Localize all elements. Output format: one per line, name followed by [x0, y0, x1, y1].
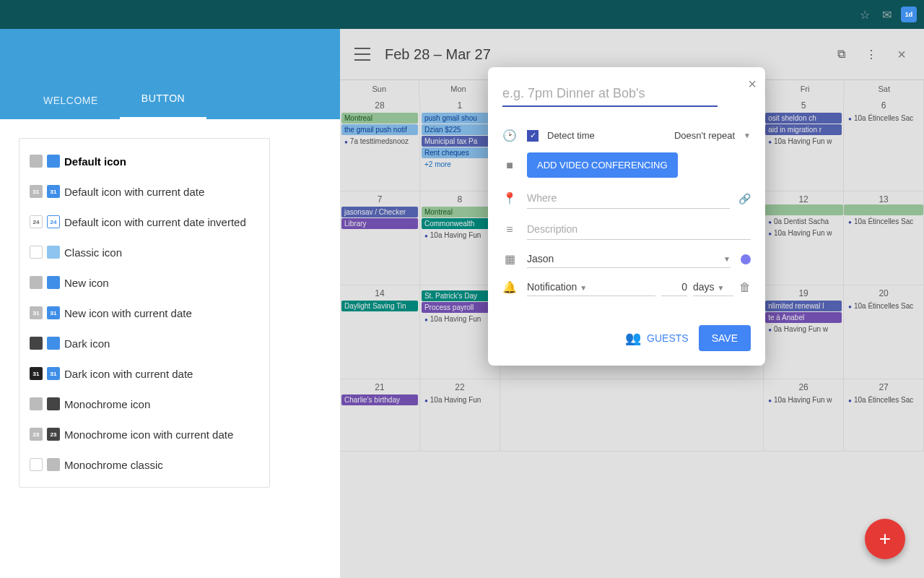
overflow-menu-icon[interactable]: ⋮	[863, 46, 879, 62]
event[interactable]: jasonsav / Checker	[341, 207, 418, 217]
event[interactable]: 10a Having Fun	[422, 394, 498, 405]
detect-time-label: Detect time	[547, 130, 666, 141]
event[interactable]: push gmail shou	[422, 113, 498, 124]
event[interactable]: 0a Dentist Sacha	[765, 216, 842, 227]
event[interactable]: 7a testtimedsnooz	[341, 136, 418, 147]
calendar-icon	[47, 397, 60, 410]
event[interactable]: Rent cheques	[422, 147, 498, 158]
tab-button[interactable]: BUTTON	[120, 79, 206, 119]
calendar-icon: 31	[47, 306, 60, 319]
event[interactable]: Dzian $225	[422, 124, 498, 135]
menu-icon[interactable]	[354, 48, 370, 61]
day-cell[interactable]: 26 10a Having Fun w	[764, 379, 844, 451]
calendar-select[interactable]: Jason ▼	[527, 250, 731, 268]
day-cell[interactable]: 20 10a Étincelles Sac	[844, 285, 924, 379]
guests-button[interactable]: 👥 GUESTS	[625, 330, 689, 346]
event[interactable]: osit sheldon ch	[765, 113, 842, 124]
icon-option-default-date-inv[interactable]: 24 24 Default icon with current date inv…	[19, 207, 269, 237]
event[interactable]: Charlie's birthday	[341, 394, 418, 405]
description-icon: ≡	[502, 223, 517, 236]
tab-welcome[interactable]: WELCOME	[22, 82, 120, 119]
event[interactable]: Montreal	[422, 207, 498, 217]
icon-option-mono-classic[interactable]: Monochrome classic	[19, 449, 269, 480]
event[interactable]: te à Anabel	[765, 312, 842, 323]
trash-icon[interactable]: 🗑	[739, 281, 751, 294]
more-events-link[interactable]: +2 more	[422, 159, 498, 170]
close-icon[interactable]: ×	[748, 76, 757, 92]
mail-icon[interactable]: ✉	[879, 7, 894, 22]
day-cell[interactable]: 13 10a Étincelles Sac	[844, 191, 924, 285]
day-cell[interactable]: 27 10a Étincelles Sac	[844, 379, 924, 451]
day-cell[interactable]: 14 Daylight Saving Tin	[340, 285, 420, 379]
event[interactable]: 10a Étincelles Sac	[845, 394, 922, 405]
event[interactable]: Process payroll	[422, 302, 498, 313]
event[interactable]: Library	[341, 218, 418, 229]
calendar-icon: 31	[47, 185, 60, 198]
day-cell[interactable]: 22 10a Having Fun	[420, 379, 500, 451]
event[interactable]: Commonwealth	[422, 218, 498, 229]
icon-option-dark[interactable]: Dark icon	[19, 328, 269, 358]
icon-option-new[interactable]: New icon	[19, 267, 269, 298]
day-cell[interactable]: 21 Charlie's birthday	[340, 379, 420, 451]
detect-time-checkbox[interactable]: ✓	[527, 130, 539, 142]
calendar-icon	[47, 458, 60, 471]
event[interactable]	[844, 204, 923, 215]
description-input[interactable]	[527, 219, 751, 240]
icon-option-dark-date[interactable]: 31 31 Dark icon with current date	[19, 358, 269, 389]
calendar-color-dot[interactable]	[741, 254, 751, 264]
calendar-icon	[30, 246, 43, 259]
notification-unit-select[interactable]: days ▼	[693, 278, 733, 296]
create-event-dialog: × 🕑 ✓ Detect time Doesn't repeat ▼ ■ ADD…	[488, 67, 765, 366]
day-cell[interactable]: 6 10a Étincelles Sac	[844, 98, 924, 191]
settings-tabs: WELCOME BUTTON	[0, 29, 340, 119]
event[interactable]: aid in migration r	[765, 124, 842, 135]
event[interactable]: 0a Having Fun w	[765, 324, 842, 335]
event[interactable]: 10a Having Fun	[422, 314, 498, 324]
save-button[interactable]: SAVE	[699, 325, 751, 351]
day-cell[interactable]: 5 osit sheldon ch aid in migration r 10a…	[764, 98, 844, 191]
extension-icon[interactable]: 1d	[901, 7, 917, 22]
calendar-icon	[30, 337, 43, 350]
event[interactable]: 10a Étincelles Sac	[845, 113, 922, 124]
event[interactable]: 10a Having Fun w	[765, 394, 842, 405]
add-video-conferencing-button[interactable]: ADD VIDEO CONFERENCING	[527, 152, 678, 178]
icon-option-mono[interactable]: Monochrome icon	[19, 389, 269, 419]
icon-option-new-date[interactable]: 31 31 New icon with current date	[19, 298, 269, 328]
day-cell[interactable]: 12 0a Dentist Sacha 10a Having Fun w	[764, 191, 844, 285]
browser-toolbar: ☆ ✉ 1d	[0, 0, 924, 29]
calendar-icon	[30, 276, 43, 289]
notification-value-input[interactable]: 0	[661, 278, 687, 296]
event[interactable]: nlimited renewal l	[765, 301, 842, 311]
event[interactable]: 10a Having Fun	[422, 230, 498, 241]
add-event-fab[interactable]: +	[865, 519, 905, 559]
calendar-icon	[47, 155, 60, 168]
notification-type-select[interactable]: Notification ▼	[527, 278, 655, 296]
day-cell[interactable]: 19 nlimited renewal l te à Anabel 0a Hav…	[764, 285, 844, 379]
event[interactable]	[764, 204, 843, 215]
event-title-input[interactable]	[502, 82, 718, 107]
close-icon[interactable]: ×	[894, 46, 910, 62]
event[interactable]: 10a Étincelles Sac	[845, 301, 922, 311]
day-cell[interactable]: 28 Montreal the gmail push notif 7a test…	[340, 98, 420, 191]
icon-option-default-date[interactable]: 31 31 Default icon with current date	[19, 176, 269, 207]
link-icon[interactable]: 🔗	[738, 193, 751, 204]
event[interactable]: Montreal	[341, 113, 418, 124]
repeat-select[interactable]: Doesn't repeat	[674, 130, 735, 141]
event[interactable]: the gmail push notif	[341, 124, 418, 135]
calendar-icon	[30, 397, 43, 410]
event[interactable]: 10a Having Fun w	[765, 228, 842, 238]
calendar-icon: 31	[30, 306, 43, 319]
event[interactable]: 10a Having Fun w	[765, 136, 842, 147]
event[interactable]: Municipal tax Pa	[422, 136, 498, 147]
location-input[interactable]	[527, 188, 730, 209]
open-in-new-icon[interactable]: ⧉	[833, 46, 849, 62]
event[interactable]: Daylight Saving Tin	[341, 301, 418, 311]
icon-option-default[interactable]: Default icon	[19, 146, 269, 176]
people-icon: 👥	[625, 330, 641, 346]
event[interactable]: St. Patrick's Day	[422, 290, 498, 301]
event[interactable]: 10a Étincelles Sac	[845, 216, 922, 227]
icon-option-mono-date[interactable]: 23 23 Monochrome icon with current date	[19, 419, 269, 449]
star-icon[interactable]: ☆	[858, 7, 872, 22]
day-cell[interactable]: 7 jasonsav / Checker Library	[340, 191, 420, 285]
icon-option-classic[interactable]: Classic icon	[19, 237, 269, 267]
